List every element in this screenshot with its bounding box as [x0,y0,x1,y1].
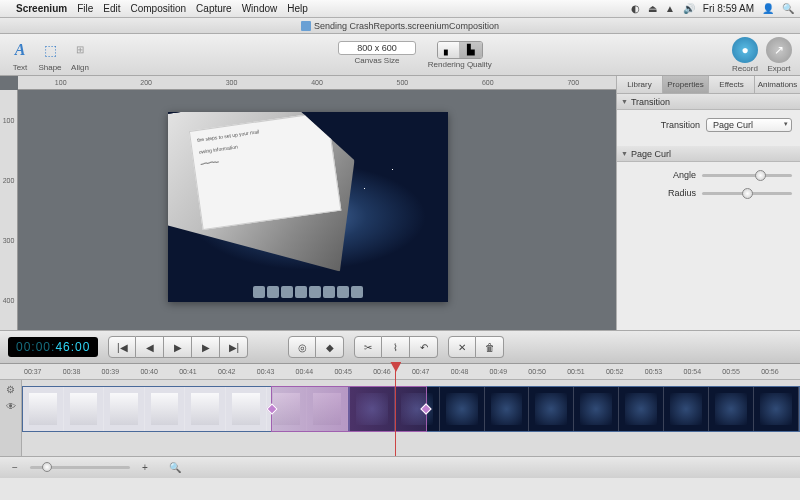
main-toolbar: A Text ⬚ Shape ⊞ Align 800 x 600 Canvas … [0,34,800,76]
transition-section-header[interactable]: ▼ Transition [617,94,800,110]
delete-button[interactable]: 🗑 [476,336,504,358]
split-button[interactable]: ✂ [354,336,382,358]
zoom-slider[interactable] [30,466,130,469]
clock[interactable]: Fri 8:59 AM [703,3,754,14]
playhead[interactable] [395,364,396,456]
radius-slider[interactable] [702,192,792,195]
zoom-in-button[interactable]: + [138,461,152,475]
visibility-icon[interactable]: 👁 [6,401,16,412]
ruler-vertical: 100200300400 [0,90,18,330]
ruler-horizontal: 100200300400500600700 [18,76,616,90]
text-icon: A [8,38,32,62]
window-titlebar[interactable]: Sending CrashReports.screeniumCompositio… [0,18,800,34]
settings-icon[interactable]: ⚙ [6,384,15,395]
step-back-button[interactable]: ◀ [136,336,164,358]
document-icon [301,21,311,31]
shape-tool[interactable]: ⬚ Shape [38,38,62,72]
angle-label: Angle [673,170,696,180]
keyframe-button[interactable]: ◆ [316,336,344,358]
quality-low-button[interactable]: ▖ [438,42,460,58]
quality-high-button[interactable]: ▙ [460,42,482,58]
step-forward-button[interactable]: ▶ [192,336,220,358]
undo-button[interactable]: ↶ [410,336,438,358]
window-title: Sending CrashReports.screeniumCompositio… [314,21,499,31]
timeline-ruler[interactable]: 00:3700:3800:3900:4000:4100:4200:4300:44… [0,364,800,380]
menu-capture[interactable]: Capture [196,3,232,14]
menu-composition[interactable]: Composition [131,3,187,14]
transition-clip[interactable] [271,386,427,432]
go-start-button[interactable]: |◀ [108,336,136,358]
shape-icon: ⬚ [38,38,62,62]
menu-file[interactable]: File [77,3,93,14]
tab-animations[interactable]: Animations [755,76,800,93]
timeline-area[interactable]: ⚙ 👁 2011-09-06 12.13.16/Desktop Video 20… [0,380,800,456]
tab-effects[interactable]: Effects [709,76,755,93]
volume-icon[interactable]: 🔊 [683,3,695,14]
status-icon[interactable]: ⏏ [648,3,657,14]
timecode-display: 00:00:46:00 [8,337,98,357]
tab-properties[interactable]: Properties [663,76,709,93]
record-button[interactable]: ● Record [732,37,758,73]
inspector-tabs: Library Properties Effects Animations [617,76,800,94]
app-window: Sending CrashReports.screeniumCompositio… [0,18,800,500]
export-button[interactable]: ↗ Export [766,37,792,73]
record-icon: ● [732,37,758,63]
track-header: ⚙ 👁 [0,380,22,456]
align-icon: ⊞ [68,38,92,62]
tab-library[interactable]: Library [617,76,663,93]
play-button[interactable]: ▶ [164,336,192,358]
inspector-panel: Library Properties Effects Animations ▼ … [616,76,800,330]
export-icon: ↗ [766,37,792,63]
transition-dropdown[interactable]: Page Curl [706,118,792,132]
system-menubar: Screenium File Edit Composition Capture … [0,0,800,18]
app-menu[interactable]: Screenium [16,3,67,14]
text-tool[interactable]: A Text [8,38,32,72]
video-track[interactable]: 2011-09-06 12.13.16/Desktop Video 2011-0… [22,386,800,432]
angle-slider[interactable] [702,174,792,177]
user-icon[interactable]: 👤 [762,3,774,14]
canvas-preview[interactable]: the steps to set up your mailowing infor… [168,112,448,302]
dock-preview [253,286,363,298]
disclosure-icon: ▼ [621,98,628,105]
menu-edit[interactable]: Edit [103,3,120,14]
wifi-icon[interactable]: ▲ [665,3,675,14]
canvas-size-dropdown[interactable]: 800 x 600 [338,41,416,55]
link-button[interactable]: ⌇ [382,336,410,358]
marker-button[interactable]: ◎ [288,336,316,358]
rendering-quality-segment[interactable]: ▖ ▙ [437,41,483,59]
menu-help[interactable]: Help [287,3,308,14]
zoom-fit-button[interactable]: 🔍 [168,461,182,475]
playback-bar: 00:00:46:00 |◀ ◀ ▶ ▶ ▶| ◎ ◆ ✂ ⌇ ↶ ✕ 🗑 [0,330,800,364]
spotlight-icon[interactable]: 🔍 [782,3,794,14]
pagecurl-section-header[interactable]: ▼ Page Curl [617,146,800,162]
go-end-button[interactable]: ▶| [220,336,248,358]
bottom-bar: − + 🔍 [0,456,800,478]
transition-label: Transition [661,120,700,130]
disclosure-icon: ▼ [621,150,628,157]
cancel-button[interactable]: ✕ [448,336,476,358]
zoom-out-button[interactable]: − [8,461,22,475]
canvas-area[interactable]: 100200300400500600700 100200300400 the s… [0,76,616,330]
radius-label: Radius [668,188,696,198]
menu-window[interactable]: Window [242,3,278,14]
status-icon[interactable]: ◐ [631,3,640,14]
align-tool[interactable]: ⊞ Align [68,38,92,72]
